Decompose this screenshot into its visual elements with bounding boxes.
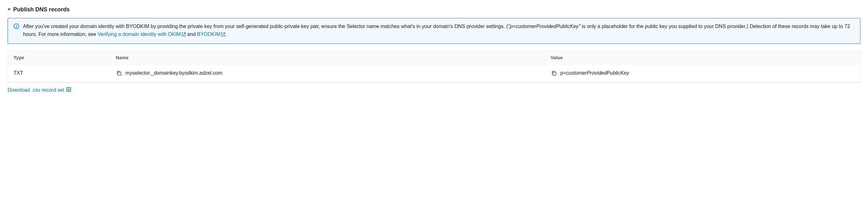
cell-type: TXT — [8, 64, 110, 82]
col-header-type: Type — [8, 51, 110, 64]
cell-value: p=customerProvidedPublicKey — [545, 64, 861, 82]
record-name-text: myselector._domainkey.byodkim.adzel.com — [125, 70, 222, 76]
col-header-value: Value — [545, 51, 861, 64]
download-icon — [66, 87, 71, 93]
external-link-icon — [182, 31, 186, 39]
link-dkim[interactable]: Verifying a domain identity with DKIM — [98, 32, 186, 37]
col-header-name: Name — [110, 51, 545, 64]
info-icon — [13, 23, 19, 29]
link-byodkim[interactable]: BYODKIM — [197, 32, 225, 37]
svg-point-2 — [16, 25, 17, 25]
section-header[interactable]: Publish DNS records — [7, 6, 861, 13]
caret-down-icon — [7, 8, 11, 11]
copy-value-button[interactable] — [551, 70, 557, 76]
dns-records-table: Type Name Value TXT myselector._domainke… — [7, 51, 861, 82]
copy-name-button[interactable] — [116, 70, 122, 76]
record-value-text: p=customerProvidedPublicKey — [560, 70, 629, 76]
table-header-row: Type Name Value — [8, 51, 861, 64]
svg-rect-4 — [553, 72, 556, 75]
section-title: Publish DNS records — [13, 6, 70, 13]
svg-rect-3 — [118, 72, 121, 75]
external-link-icon — [221, 31, 225, 39]
cell-name: myselector._domainkey.byodkim.adzel.com — [110, 64, 545, 82]
download-csv-link[interactable]: Download .csv record set — [7, 87, 71, 93]
table-row: TXT myselector._domainkey.byodkim.adzel.… — [8, 64, 861, 82]
banner-text: After you've created your domain identit… — [23, 23, 855, 39]
info-banner: After you've created your domain identit… — [7, 18, 861, 44]
